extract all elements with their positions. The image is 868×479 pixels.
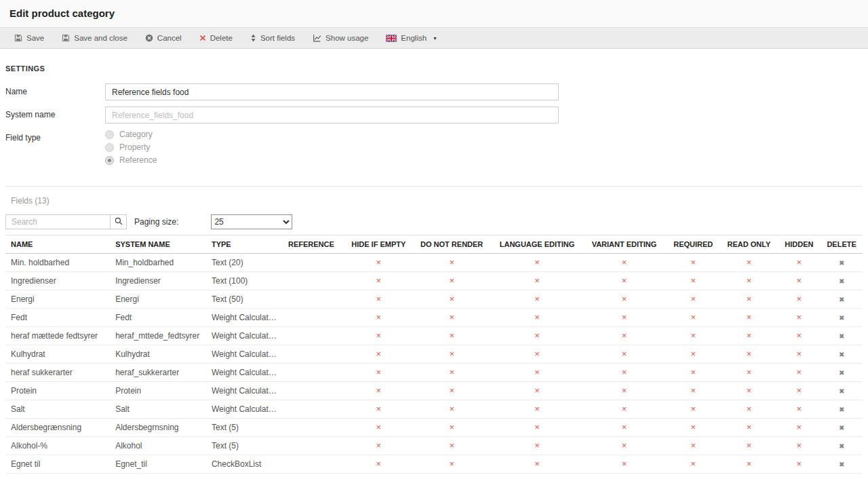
- toggle-off-icon[interactable]: ×: [376, 257, 381, 267]
- toggle-off-icon[interactable]: ×: [747, 367, 752, 377]
- toggle-off-icon[interactable]: ×: [690, 385, 696, 396]
- toggle-off-icon[interactable]: ×: [534, 275, 540, 286]
- toggle-off-icon[interactable]: ×: [622, 422, 627, 432]
- toggle-off-icon[interactable]: ×: [376, 349, 381, 359]
- toggle-off-icon[interactable]: ×: [376, 312, 381, 322]
- toggle-off-icon[interactable]: ×: [747, 422, 752, 432]
- toggle-off-icon[interactable]: ×: [449, 422, 454, 432]
- toggle-off-icon[interactable]: ×: [534, 330, 540, 341]
- toggle-off-icon[interactable]: ×: [622, 404, 627, 414]
- delete-row-icon[interactable]: ✖: [839, 406, 844, 413]
- delete-row-icon[interactable]: ✖: [839, 369, 844, 377]
- toggle-off-icon[interactable]: ×: [747, 459, 752, 469]
- toggle-off-icon[interactable]: ×: [376, 459, 381, 469]
- toggle-off-icon[interactable]: ×: [534, 367, 540, 377]
- toggle-off-icon[interactable]: ×: [690, 349, 696, 359]
- toggle-off-icon[interactable]: ×: [747, 385, 752, 396]
- toggle-off-icon[interactable]: ×: [797, 385, 802, 396]
- toggle-off-icon[interactable]: ×: [747, 404, 752, 414]
- toggle-off-icon[interactable]: ×: [690, 404, 696, 414]
- toggle-off-icon[interactable]: ×: [622, 312, 627, 322]
- delete-row-icon[interactable]: ✖: [839, 296, 844, 303]
- delete-row-icon[interactable]: ✖: [839, 314, 844, 322]
- toggle-off-icon[interactable]: ×: [622, 330, 627, 341]
- search-input[interactable]: [5, 214, 111, 229]
- toggle-off-icon[interactable]: ×: [797, 459, 802, 469]
- toggle-off-icon[interactable]: ×: [797, 312, 802, 322]
- toggle-off-icon[interactable]: ×: [449, 330, 454, 341]
- field-type-option-property[interactable]: Property: [105, 142, 157, 152]
- toggle-off-icon[interactable]: ×: [690, 312, 696, 322]
- toggle-off-icon[interactable]: ×: [376, 275, 381, 286]
- show-usage-button[interactable]: Show usage: [304, 28, 377, 49]
- search-button[interactable]: [111, 214, 127, 229]
- delete-row-icon[interactable]: ✖: [839, 442, 844, 450]
- toggle-off-icon[interactable]: ×: [376, 385, 381, 396]
- language-button[interactable]: English ▼: [377, 28, 446, 49]
- toggle-off-icon[interactable]: ×: [797, 440, 802, 451]
- toggle-off-icon[interactable]: ×: [449, 312, 454, 322]
- toggle-off-icon[interactable]: ×: [622, 385, 627, 396]
- toggle-off-icon[interactable]: ×: [797, 257, 802, 267]
- toggle-off-icon[interactable]: ×: [797, 349, 802, 359]
- toggle-off-icon[interactable]: ×: [534, 257, 540, 267]
- toggle-off-icon[interactable]: ×: [376, 294, 381, 304]
- radio-icon[interactable]: [105, 143, 114, 152]
- toggle-off-icon[interactable]: ×: [797, 404, 802, 414]
- delete-row-icon[interactable]: ✖: [839, 424, 844, 432]
- toggle-off-icon[interactable]: ×: [376, 330, 381, 341]
- toggle-off-icon[interactable]: ×: [534, 294, 540, 304]
- paging-size-select[interactable]: 25: [211, 214, 292, 229]
- name-input[interactable]: [105, 83, 559, 100]
- field-type-option-category[interactable]: Category: [105, 130, 157, 139]
- toggle-off-icon[interactable]: ×: [376, 367, 381, 377]
- toggle-off-icon[interactable]: ×: [534, 385, 540, 396]
- toggle-off-icon[interactable]: ×: [534, 459, 540, 469]
- toggle-off-icon[interactable]: ×: [797, 294, 802, 304]
- toggle-off-icon[interactable]: ×: [747, 312, 752, 322]
- toggle-off-icon[interactable]: ×: [622, 367, 627, 377]
- toggle-off-icon[interactable]: ×: [534, 404, 540, 414]
- toggle-off-icon[interactable]: ×: [797, 367, 802, 377]
- sort-fields-button[interactable]: Sort fields: [241, 28, 304, 49]
- toggle-off-icon[interactable]: ×: [622, 349, 627, 359]
- toggle-off-icon[interactable]: ×: [690, 459, 696, 469]
- toggle-off-icon[interactable]: ×: [622, 257, 627, 267]
- toggle-off-icon[interactable]: ×: [622, 459, 627, 469]
- toggle-off-icon[interactable]: ×: [376, 440, 381, 451]
- toggle-off-icon[interactable]: ×: [690, 330, 696, 341]
- toggle-off-icon[interactable]: ×: [449, 257, 454, 267]
- delete-row-icon[interactable]: ✖: [839, 259, 844, 267]
- toggle-off-icon[interactable]: ×: [449, 459, 454, 469]
- delete-row-icon[interactable]: ✖: [839, 461, 844, 468]
- toggle-off-icon[interactable]: ×: [534, 440, 540, 451]
- delete-row-icon[interactable]: ✖: [839, 277, 844, 285]
- toggle-off-icon[interactable]: ×: [449, 349, 454, 359]
- cancel-button[interactable]: Cancel: [136, 28, 191, 49]
- toggle-off-icon[interactable]: ×: [690, 422, 696, 432]
- delete-row-icon[interactable]: ✖: [839, 351, 844, 358]
- toggle-off-icon[interactable]: ×: [449, 404, 454, 414]
- toggle-off-icon[interactable]: ×: [747, 440, 752, 451]
- toggle-off-icon[interactable]: ×: [747, 294, 752, 304]
- toggle-off-icon[interactable]: ×: [690, 257, 696, 267]
- toggle-off-icon[interactable]: ×: [690, 367, 696, 377]
- field-type-option-reference[interactable]: Reference: [105, 155, 157, 165]
- save-and-close-button[interactable]: Save and close: [53, 28, 136, 49]
- system-name-input[interactable]: [105, 107, 559, 123]
- toggle-off-icon[interactable]: ×: [449, 385, 454, 396]
- toggle-off-icon[interactable]: ×: [449, 440, 454, 451]
- toggle-off-icon[interactable]: ×: [534, 312, 540, 322]
- toggle-off-icon[interactable]: ×: [622, 275, 627, 286]
- toggle-off-icon[interactable]: ×: [797, 422, 802, 432]
- toggle-off-icon[interactable]: ×: [449, 275, 454, 286]
- toggle-off-icon[interactable]: ×: [376, 422, 381, 432]
- radio-icon[interactable]: [105, 156, 114, 165]
- radio-icon[interactable]: [105, 130, 114, 139]
- toggle-off-icon[interactable]: ×: [747, 330, 752, 341]
- toggle-off-icon[interactable]: ×: [534, 422, 540, 432]
- toggle-off-icon[interactable]: ×: [690, 275, 696, 286]
- delete-row-icon[interactable]: ✖: [839, 332, 844, 340]
- toggle-off-icon[interactable]: ×: [376, 404, 381, 414]
- save-button[interactable]: Save: [5, 28, 53, 49]
